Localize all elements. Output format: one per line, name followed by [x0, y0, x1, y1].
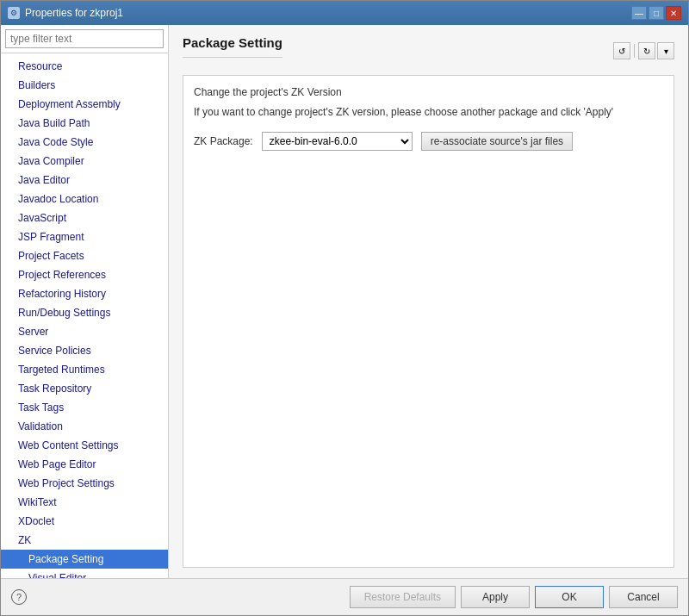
sidebar-item-java-editor[interactable]: Java Editor [1, 171, 168, 190]
sidebar-item-java-code-style[interactable]: Java Code Style [1, 133, 168, 152]
sidebar-item-java-compiler[interactable]: Java Compiler [1, 152, 168, 171]
sidebar-item-task-repository[interactable]: Task Repository [1, 379, 168, 398]
restore-defaults-button[interactable]: Restore Defaults [350, 586, 456, 608]
zk-package-select[interactable]: zkee-bin-eval-6.0.0 zk-bin-6.0.0 zkee-bi… [262, 132, 413, 151]
description1: Change the project's ZK Version [194, 86, 663, 98]
apply-button[interactable]: Apply [461, 586, 530, 608]
sidebar-item-service-policies[interactable]: Service Policies [1, 341, 168, 360]
dropdown-button[interactable]: ▾ [657, 42, 674, 59]
back-button[interactable]: ↺ [613, 42, 630, 59]
zk-package-label: ZK Package: [194, 135, 253, 147]
reassociate-button[interactable]: re-associate source's jar files [421, 132, 573, 151]
sidebar-item-run-debug-settings[interactable]: Run/Debug Settings [1, 303, 168, 322]
bottom-bar: ? Restore Defaults Apply OK Cancel [1, 578, 688, 615]
sidebar-item-zk[interactable]: ZK [1, 531, 168, 550]
properties-dialog: ⚙ Properties for zkproj1 — □ ✕ Resource … [0, 0, 689, 616]
sidebar-item-refactoring-history[interactable]: Refactoring History [1, 284, 168, 303]
sidebar-item-visual-editor[interactable]: Visual Editor [1, 569, 168, 578]
sidebar-item-java-build-path[interactable]: Java Build Path [1, 114, 168, 133]
dialog-content: Resource Builders Deployment Assembly Ja… [1, 25, 688, 578]
dialog-title: Properties for zkproj1 [25, 7, 123, 19]
bottom-right: Restore Defaults Apply OK Cancel [350, 586, 678, 608]
sidebar-item-resource[interactable]: Resource [1, 57, 168, 76]
title-controls: — □ ✕ [631, 6, 681, 20]
toolbar-icons: ↺ ↻ ▾ [613, 42, 674, 59]
maximize-button[interactable]: □ [649, 6, 664, 20]
sidebar-item-project-facets[interactable]: Project Facets [1, 246, 168, 265]
help-button[interactable]: ? [11, 589, 27, 605]
sidebar-item-builders[interactable]: Builders [1, 76, 168, 95]
sidebar-item-wikitext[interactable]: WikiText [1, 493, 168, 512]
sidebar-item-web-project-settings[interactable]: Web Project Settings [1, 474, 168, 493]
right-panel-header: Package Setting ↺ ↻ ▾ [183, 35, 674, 66]
sidebar-item-web-content-settings[interactable]: Web Content Settings [1, 436, 168, 455]
dropdown-icon: ▾ [664, 47, 668, 56]
close-button[interactable]: ✕ [666, 6, 681, 20]
right-panel: Package Setting ↺ ↻ ▾ Change the project… [169, 25, 688, 578]
filter-box [1, 25, 168, 53]
description2: If you want to change project's ZK versi… [194, 105, 663, 120]
sidebar-item-deployment-assembly[interactable]: Deployment Assembly [1, 95, 168, 114]
sidebar-item-task-tags[interactable]: Task Tags [1, 398, 168, 417]
sidebar-item-xdoclet[interactable]: XDoclet [1, 512, 168, 531]
sidebar-item-validation[interactable]: Validation [1, 417, 168, 436]
filter-input[interactable] [5, 29, 164, 48]
toolbar-separator [634, 44, 635, 58]
form-row: ZK Package: zkee-bin-eval-6.0.0 zk-bin-6… [194, 132, 663, 151]
sidebar-item-jsp-fragment[interactable]: JSP Fragment [1, 227, 168, 246]
back-icon: ↺ [618, 47, 625, 56]
sidebar-item-targeted-runtimes[interactable]: Targeted Runtimes [1, 360, 168, 379]
content-area: Change the project's ZK Version If you w… [183, 75, 674, 568]
nav-list: Resource Builders Deployment Assembly Ja… [1, 53, 168, 578]
title-bar-left: ⚙ Properties for zkproj1 [8, 7, 123, 19]
title-bar: ⚙ Properties for zkproj1 — □ ✕ [1, 1, 688, 25]
sidebar-item-package-setting[interactable]: Package Setting [1, 550, 168, 569]
panel-title: Package Setting [183, 35, 282, 58]
sidebar-item-project-references[interactable]: Project References [1, 265, 168, 284]
cancel-button[interactable]: Cancel [609, 586, 678, 608]
forward-icon: ↻ [643, 47, 650, 56]
sidebar-item-server[interactable]: Server [1, 322, 168, 341]
forward-button[interactable]: ↻ [638, 42, 655, 59]
minimize-button[interactable]: — [631, 6, 647, 20]
sidebar-item-javadoc-location[interactable]: Javadoc Location [1, 190, 168, 208]
dialog-icon: ⚙ [8, 7, 20, 19]
left-panel: Resource Builders Deployment Assembly Ja… [1, 25, 169, 578]
sidebar-item-javascript[interactable]: JavaScript [1, 208, 168, 227]
ok-button[interactable]: OK [535, 586, 604, 608]
sidebar-item-web-page-editor[interactable]: Web Page Editor [1, 455, 168, 474]
